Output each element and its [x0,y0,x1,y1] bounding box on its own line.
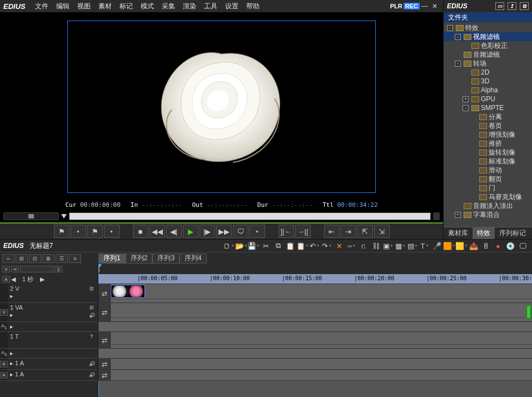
split-icon[interactable]: ⎃▼ [345,240,357,251]
tree-item[interactable]: 推挤 [444,139,532,148]
tree-expander-icon[interactable]: + [463,96,469,102]
group-icon[interactable]: ⎌ [357,240,370,251]
insert-button[interactable]: ⇱ [357,225,373,238]
tree-item[interactable]: -SMPTE [444,103,532,112]
clip-edge-icon[interactable] [526,305,531,319]
play-button[interactable]: ▶ [183,225,198,238]
goto-out-button[interactable]: →|[ [295,225,311,238]
tc-cur[interactable]: 00:00:00:00 [80,201,121,209]
tree-item[interactable]: 分离 [444,112,532,121]
tree-item[interactable]: 马赛克划像 [444,192,532,201]
lane-toggle-1a2-icon[interactable]: ⇄ [98,370,111,380]
title-icon[interactable]: T▼ [419,240,431,251]
tree-item[interactable]: 卷页 [444,121,532,130]
track-header-2v[interactable]: 2 V⊟ ▸ [0,284,98,303]
save-icon[interactable]: 💾▼ [247,240,260,251]
tab-effects[interactable]: 特效 [473,227,495,239]
tree-item[interactable]: 滑动 [444,166,532,175]
prev-frame-button[interactable]: ◀| [166,225,182,238]
minimize-button[interactable]: — [420,2,430,10]
tree-item[interactable]: 3D [444,77,532,86]
tree-expander-icon[interactable]: - [447,25,453,31]
loop2-button[interactable]: ▼ [250,225,265,238]
patch-a2-icon[interactable]: A [0,372,8,379]
tree-item[interactable]: Alpha [444,86,532,95]
menu-render[interactable]: 渲染 [179,2,200,11]
preview-frame[interactable] [67,21,376,193]
lane-toggle-2v-icon[interactable]: ⇄ [98,284,111,302]
next-frame-button[interactable]: |▶ [200,225,215,238]
track-header-1a[interactable]: A ▸ 1 A🔊 [0,359,98,370]
render2-icon[interactable]: 🟨▼ [455,240,468,251]
delete-ripple-icon[interactable]: ✕ [333,240,345,251]
monitor-icon[interactable]: 🖵 [516,240,529,251]
title-track-icon[interactable]: T [88,334,96,339]
snap4-icon[interactable]: ☰ [56,254,68,263]
next-edit-button[interactable]: ⇥ [341,225,356,238]
patch-a-icon[interactable]: A [0,361,8,368]
timescale-label[interactable]: 1 秒 [22,275,33,284]
shuttle-jog[interactable] [3,212,59,220]
tree-item[interactable]: 门 [444,183,532,192]
right-panel-folder-header[interactable]: 文件夹 [444,12,532,22]
tc-ttl[interactable]: 00:00:34:22 [337,201,378,209]
rewind-button[interactable]: ◀◀ [150,225,165,238]
layout-btn3-icon[interactable]: ⧉ [520,2,529,10]
lane-toggle-1va-icon[interactable]: ⇄ [98,303,111,321]
layout-btn1-icon[interactable]: ▭ [495,2,504,10]
set-out2-button[interactable]: ▼ [104,225,120,238]
fastfwd-button[interactable]: ▶▶ [216,225,232,238]
tree-item[interactable]: -视频滤镜 [444,32,532,41]
mixer-icon[interactable]: 🎚 [480,240,492,251]
tab-seqmarker[interactable]: 序列标记 [495,227,530,239]
tc-in[interactable]: --:--:--:-- [142,201,182,209]
undo-icon[interactable]: ↶▼ [309,240,321,251]
tree-expander-icon[interactable]: - [455,61,461,67]
expand-track-icon[interactable]: ▸ [10,292,13,300]
toggle1-icon[interactable]: ▣▼ [382,240,394,251]
tree-item[interactable]: -转场 [444,59,532,68]
prev-scale-icon[interactable]: ◀ [11,276,16,283]
menu-help[interactable]: 帮助 [242,2,263,11]
toggle3-icon[interactable]: ▤▼ [406,240,419,251]
speaker-icon[interactable]: 🔊 [88,312,96,318]
burn-icon[interactable]: 💿 [504,240,516,251]
scale-slider[interactable] [20,266,53,272]
speaker2-icon[interactable]: 🔊 [88,361,96,366]
tree-item[interactable]: 旋转划像 [444,148,532,157]
expand-a12-icon[interactable]: ▸ [10,323,13,330]
expand-track2-icon[interactable]: ▸ [10,311,13,319]
tc-out[interactable]: --:--:--:-- [207,201,247,209]
copy-icon[interactable]: ⧉ [272,240,284,251]
tree-item[interactable]: +字幕混合 [444,210,532,219]
track-header-1a2[interactable]: A ▸ 1 A🔊 [0,370,98,381]
video-monitor-icon[interactable]: ⊟ [88,286,96,291]
scale-handle-icon[interactable]: ═ [11,266,19,272]
loop-button[interactable]: 🗨 [233,225,248,238]
audio-a-icon[interactable]: A [2,276,10,282]
tree-item[interactable]: 色彩校正 [444,41,532,50]
record-button-icon[interactable]: ● [492,240,504,251]
scale-end-icon[interactable]: ▯ [54,266,62,272]
seq-tab-2[interactable]: 序列2 [126,254,153,264]
seq-tab-4[interactable]: 序列4 [180,254,207,264]
video-monitor2-icon[interactable]: ⊟ [88,305,96,310]
menu-marker[interactable]: 标记 [116,2,137,11]
stop-button[interactable]: ■ [133,225,148,238]
set-in2-button[interactable]: ▼ [71,225,86,238]
snap5-icon[interactable]: ≡ [69,254,81,263]
layout-btn2-icon[interactable]: ↥ [508,2,516,10]
tree-expander-icon[interactable]: - [463,105,469,111]
track-header-a34[interactable]: A3 ▸ [0,349,98,359]
menu-clip[interactable]: 素材 [95,2,116,11]
seq-tab-3[interactable]: 序列3 [152,254,180,264]
tree-item[interactable]: 标准划像 [444,157,532,166]
open-icon[interactable]: 📂▼ [235,240,247,251]
track-header-a12[interactable]: A1 ▸ [0,322,98,332]
menu-capture[interactable]: 采集 [158,2,179,11]
paste2-icon[interactable]: 📋▼ [296,240,309,251]
link-icon[interactable]: ⛓ [370,240,382,251]
overwrite-button[interactable]: ⇲ [374,225,390,238]
goto-in-button[interactable]: ]|← [279,225,294,238]
tree-expander-icon[interactable]: - [455,34,461,40]
